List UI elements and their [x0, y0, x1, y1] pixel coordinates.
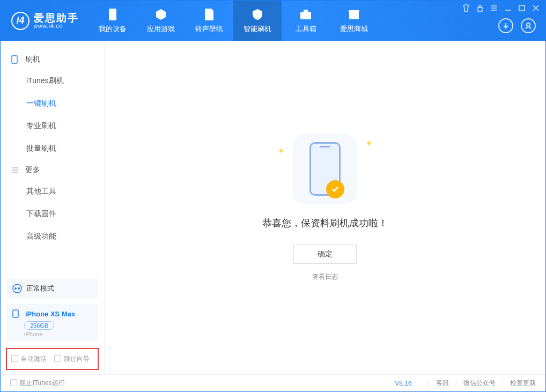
sidebar-section-more: 更多 — [1, 160, 104, 180]
sidebar-item-pro-flash[interactable]: 专业刷机 — [1, 115, 104, 137]
hamburger-icon — [11, 167, 20, 173]
status-bar: 阻止iTunes运行 V8.16 | 客服 | 微信公众号 | 检查更新 — [1, 374, 545, 391]
nav-label: 应用游戏 — [147, 24, 175, 34]
device-name: iPhone XS Max — [25, 310, 75, 318]
svg-rect-0 — [109, 9, 116, 20]
section-title: 刷机 — [25, 55, 40, 64]
download-button[interactable] — [498, 18, 513, 33]
success-check-icon — [326, 180, 344, 198]
device-mode-status[interactable]: 正常模式 — [7, 278, 98, 299]
sidebar: 刷机 iTunes刷机 一键刷机 专业刷机 批量刷机 更多 其他工具 下载固件 … — [1, 41, 105, 374]
svg-rect-4 — [519, 5, 525, 11]
close-icon[interactable] — [532, 4, 540, 12]
status-label: 正常模式 — [26, 284, 54, 293]
version-label: V8.16 — [395, 380, 411, 387]
svg-rect-6 — [12, 56, 17, 63]
device-phone-icon — [12, 309, 21, 318]
view-log-link[interactable]: 查看日志 — [312, 272, 338, 282]
svg-rect-2 — [304, 10, 308, 12]
block-itunes-checkbox[interactable]: 阻止iTunes运行 — [10, 379, 65, 388]
sidebar-item-batch-flash[interactable]: 批量刷机 — [1, 137, 104, 160]
flash-options-highlighted: 自动激活 跳过向导 — [6, 348, 99, 370]
nav-my-device[interactable]: 我的设备 — [88, 1, 137, 41]
svg-rect-1 — [300, 12, 311, 19]
svg-point-7 — [13, 284, 21, 293]
section-title: 更多 — [25, 165, 40, 175]
app-body: 刷机 iTunes刷机 一键刷机 专业刷机 批量刷机 更多 其他工具 下载固件 … — [1, 41, 545, 374]
phone-drawing-icon — [309, 142, 341, 196]
phone-icon — [11, 55, 20, 64]
nav-toolbox[interactable]: 工具箱 — [282, 1, 330, 41]
connected-device-card[interactable]: iPhone XS Max 256GB iPhone — [7, 304, 98, 342]
ok-button[interactable]: 确定 — [293, 245, 357, 264]
nav-ringtones[interactable]: 铃声壁纸 — [185, 1, 233, 41]
auto-activate-checkbox[interactable]: 自动激活 — [11, 354, 47, 364]
nav-label: 爱思商城 — [340, 24, 368, 34]
success-illustration — [293, 134, 357, 204]
user-button[interactable] — [521, 18, 536, 33]
nav-label: 铃声壁纸 — [195, 24, 223, 34]
sidebar-section-flash: 刷机 — [1, 49, 104, 70]
lock-icon[interactable] — [476, 4, 484, 12]
nav-label: 智能刷机 — [244, 24, 271, 34]
sidebar-item-oneclick-flash[interactable]: 一键刷机 — [1, 92, 104, 115]
nav-label: 我的设备 — [99, 24, 127, 34]
device-icon — [106, 8, 120, 21]
app-header: i4 爱思助手 www.i4.cn 我的设备 应用游戏 铃声壁纸 智能刷机 工具… — [1, 1, 545, 41]
device-type: iPhone — [24, 331, 92, 337]
nav-label: 工具箱 — [296, 24, 316, 34]
minimize-icon[interactable] — [504, 4, 512, 12]
sidebar-item-advanced[interactable]: 高级功能 — [1, 225, 104, 248]
svg-rect-3 — [478, 8, 482, 11]
brand: i4 爱思助手 www.i4.cn — [1, 1, 88, 41]
brand-logo-icon: i4 — [11, 12, 29, 30]
toolbox-icon — [299, 8, 313, 21]
store-icon — [347, 8, 361, 21]
svg-point-9 — [18, 287, 20, 290]
nav-apps-games[interactable]: 应用游戏 — [137, 1, 185, 41]
shirt-icon[interactable] — [462, 4, 470, 12]
top-nav: 我的设备 应用游戏 铃声壁纸 智能刷机 工具箱 爱思商城 — [88, 1, 378, 41]
window-controls — [462, 4, 540, 12]
music-file-icon — [202, 8, 216, 21]
sidebar-menu: 刷机 iTunes刷机 一键刷机 专业刷机 批量刷机 更多 其他工具 下载固件 … — [1, 41, 104, 278]
brand-name: 爱思助手 — [34, 13, 79, 23]
success-message: 恭喜您，保资料刷机成功啦！ — [262, 217, 388, 230]
header-right-buttons — [498, 18, 536, 33]
status-icon — [12, 284, 22, 293]
brand-text: 爱思助手 www.i4.cn — [34, 13, 79, 29]
menu-icon[interactable] — [490, 4, 498, 12]
cube-icon — [154, 8, 168, 21]
footer-link-support[interactable]: 客服 — [436, 379, 449, 388]
sidebar-item-itunes-flash[interactable]: iTunes刷机 — [1, 70, 104, 92]
svg-point-5 — [527, 23, 530, 26]
device-capacity: 256GB — [24, 321, 54, 330]
svg-rect-10 — [13, 310, 18, 317]
nav-store[interactable]: 爱思商城 — [330, 1, 378, 41]
sidebar-item-download-firmware[interactable]: 下载固件 — [1, 203, 104, 225]
footer-link-update[interactable]: 检查更新 — [510, 379, 536, 388]
brand-site: www.i4.cn — [34, 23, 79, 29]
skip-guide-checkbox[interactable]: 跳过向导 — [54, 354, 90, 364]
maximize-icon[interactable] — [518, 4, 526, 12]
shield-refresh-icon — [250, 8, 264, 21]
main-content: 恭喜您，保资料刷机成功啦！ 确定 查看日志 — [105, 41, 545, 374]
nav-smart-flash[interactable]: 智能刷机 — [233, 1, 282, 41]
svg-point-8 — [14, 287, 17, 290]
sidebar-item-other-tools[interactable]: 其他工具 — [1, 180, 104, 203]
footer-link-wechat[interactable]: 微信公众号 — [463, 379, 496, 388]
